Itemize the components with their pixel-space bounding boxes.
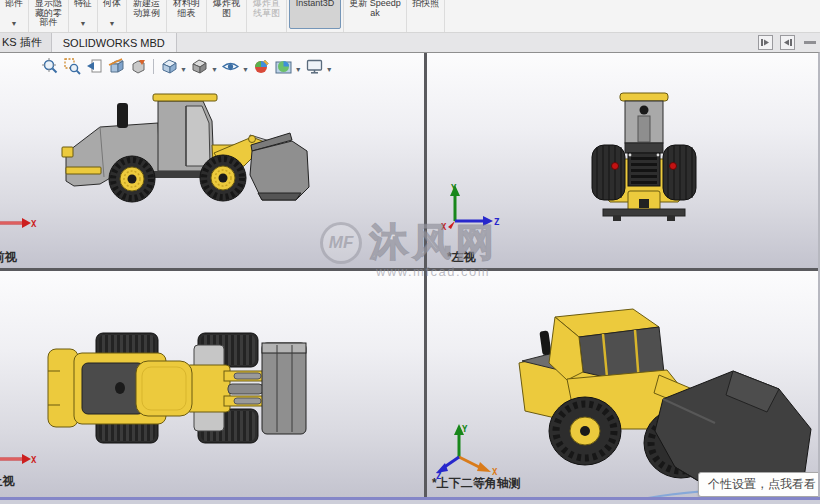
ribbon-button-new-motion-study[interactable]: 新建运动算例	[129, 0, 164, 29]
dropdown-arrow-icon[interactable]: ▼	[295, 66, 302, 73]
ribbon-button-component[interactable]: 部件 ▼	[2, 0, 26, 29]
viewport-label: 前视	[0, 249, 17, 266]
ribbon-button-update-speedpak[interactable]: 更新 Speedpak	[346, 0, 404, 29]
collapse-pane-left-icon[interactable]	[758, 35, 773, 50]
ribbon-separator	[406, 0, 407, 33]
triad-top-view: X	[0, 449, 42, 473]
right-tire	[663, 145, 696, 200]
display-style-icon[interactable]	[190, 56, 210, 76]
svg-text:X: X	[441, 222, 447, 232]
rear-wheel	[109, 156, 155, 202]
edit-appearance-icon[interactable]	[252, 56, 272, 76]
exhaust-outlet	[640, 106, 649, 115]
ribbon-toolbar: 部件 ▼ 显示隐藏的零部件 特征 ▼ 何体 ▼ 新建运动算例 材料明细表 爆炸视…	[0, 0, 820, 33]
toolbar-separator	[153, 59, 154, 74]
dropdown-arrow-icon[interactable]: ▼	[211, 66, 218, 73]
svg-text:Y: Y	[451, 183, 457, 193]
viewport-isometric-view[interactable]: Y X Z *上下二等角轴测	[427, 271, 818, 497]
svg-text:X: X	[31, 219, 37, 229]
bucket	[250, 133, 309, 200]
horizontal-splitter[interactable]	[0, 268, 820, 271]
triad-isometric: Y X Z	[435, 421, 501, 483]
dropdown-arrow-icon[interactable]: ▼	[326, 66, 333, 73]
previous-view-icon[interactable]	[84, 56, 104, 76]
zoom-to-area-icon[interactable]	[62, 56, 82, 76]
viewport-top-view[interactable]: X *上视	[0, 271, 424, 497]
tab-solidworks-addins[interactable]: KS 插件	[0, 33, 52, 52]
exhaust-stack-iso	[539, 330, 551, 355]
graphics-area: X 前视	[0, 52, 820, 497]
dropdown-arrow-icon: ▼	[80, 20, 87, 27]
tab-solidworks-mbd[interactable]: SOLIDWORKS MBD	[52, 33, 177, 52]
ribbon-separator	[343, 0, 344, 33]
ribbon-separator	[68, 0, 69, 33]
view-orientation-icon[interactable]	[159, 56, 179, 76]
left-tire	[592, 145, 625, 200]
loader-side-view-drawing	[0, 53, 424, 268]
svg-text:Z: Z	[494, 217, 500, 227]
ribbon-button-geometry[interactable]: 何体 ▼	[100, 0, 124, 29]
ribbon-button-bill-of-materials[interactable]: 材料明细表	[169, 0, 204, 29]
ribbon-separator	[97, 0, 98, 33]
minimize-icon[interactable]	[804, 41, 816, 44]
headsup-view-toolbar: ▼ ▼ ▼ ▼ ▼	[40, 55, 334, 77]
apply-scene-icon[interactable]	[274, 56, 294, 76]
dropdown-arrow-icon[interactable]: ▼	[180, 66, 187, 73]
view-settings-icon[interactable]	[305, 56, 325, 76]
pane-controls	[758, 35, 816, 50]
ribbon-button-features[interactable]: 特征 ▼	[71, 0, 95, 29]
svg-text:X: X	[31, 455, 37, 465]
viewport-left-view[interactable]: Y Z X *左视	[427, 53, 818, 268]
exhaust-stack	[117, 103, 128, 128]
ribbon-separator	[444, 0, 445, 33]
front-wheel	[200, 155, 246, 201]
ribbon-separator	[126, 0, 127, 33]
hide-show-items-icon[interactable]	[221, 56, 241, 76]
dropdown-arrow-icon: ▼	[109, 20, 116, 27]
cab-roof-top	[136, 361, 192, 416]
triad-left-view: Y Z X	[439, 181, 501, 239]
ribbon-separator	[246, 0, 247, 33]
ribbon-button-instant3d[interactable]: Instant3D	[289, 0, 341, 29]
near-rear-wheel	[549, 397, 621, 465]
ribbon-button-show-hidden-components[interactable]: 显示隐藏的零部件	[31, 0, 66, 29]
ribbon-button-exploded-view[interactable]: 爆炸视图	[209, 0, 244, 29]
grille	[628, 153, 660, 186]
ribbon-button-explode-line-sketch: 爆炸直线草图	[249, 0, 284, 29]
viewport-label: *上下二等角轴测	[432, 475, 521, 492]
triad-front-view: X	[0, 213, 42, 237]
dropdown-arrow-icon[interactable]: ▼	[242, 66, 249, 73]
collapse-pane-right-icon[interactable]	[780, 35, 795, 50]
viewport-label: *上视	[0, 473, 15, 490]
ribbon-separator	[206, 0, 207, 33]
section-view-icon[interactable]	[106, 56, 126, 76]
bucket-top	[262, 343, 306, 434]
viewport-front-view[interactable]: X 前视	[0, 53, 424, 268]
svg-text:Y: Y	[462, 424, 468, 434]
loader-cab-rear	[620, 93, 668, 153]
commandmanager-tabbar: KS 插件 SOLIDWORKS MBD	[0, 33, 820, 52]
personalization-tooltip[interactable]: 个性设置，点我看看	[698, 472, 820, 497]
loader-top-view-drawing	[0, 271, 424, 497]
front-frame-top	[186, 365, 230, 412]
ribbon-separator	[286, 0, 287, 33]
dropdown-arrow-icon: ▼	[11, 20, 18, 27]
ribbon-button-take-snapshot[interactable]: 拍快照	[409, 0, 442, 29]
viewport-label: *左视	[447, 249, 476, 266]
solidworks-window: 部件 ▼ 显示隐藏的零部件 特征 ▼ 何体 ▼ 新建运动算例 材料明细表 爆炸视…	[0, 0, 820, 504]
vertical-splitter[interactable]	[424, 53, 427, 497]
dynamic-annotation-views-icon[interactable]	[128, 56, 148, 76]
zoom-to-fit-icon[interactable]	[40, 56, 60, 76]
ribbon-separator	[166, 0, 167, 33]
window-bottom-border	[0, 497, 820, 504]
ribbon-separator	[28, 0, 29, 33]
